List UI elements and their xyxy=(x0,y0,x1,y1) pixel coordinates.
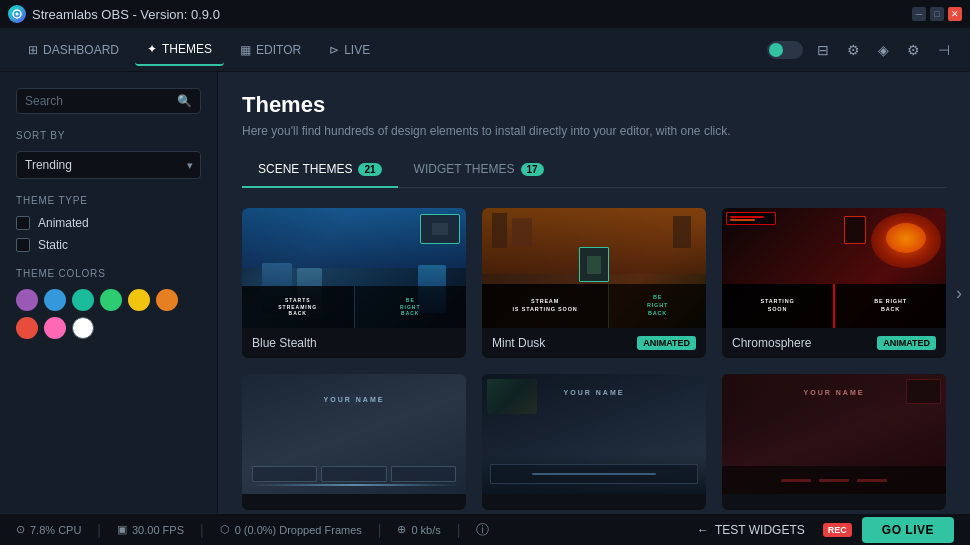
dashboard-icon: ⊞ xyxy=(28,43,38,57)
nav-live-label: LIVE xyxy=(344,43,370,57)
equalizer-icon[interactable]: ⊟ xyxy=(813,38,833,62)
color-orange[interactable] xyxy=(156,289,178,311)
widget-themes-tab-label: WIDGET THEMES xyxy=(414,162,515,176)
test-widgets-label: TEST WIDGETS xyxy=(715,523,805,537)
color-teal[interactable] xyxy=(72,289,94,311)
fps-status: ▣ 30.00 FPS xyxy=(117,523,184,536)
rec-badge: REC xyxy=(823,523,852,537)
nav-right: ⊟ ⚙ ◈ ⚙ ⊣ xyxy=(767,38,954,62)
theme-card-mint-dusk[interactable]: STREAMIS STARTING SOON BERIGHTBACK Mint … xyxy=(482,208,706,358)
theme-toggle[interactable] xyxy=(767,41,803,59)
titlebar-controls[interactable]: ─ □ ✕ xyxy=(912,7,962,21)
color-white[interactable] xyxy=(72,317,94,339)
search-icon[interactable]: 🔍 xyxy=(177,94,192,108)
bandwidth-value: 0 kb/s xyxy=(411,524,440,536)
nav-left: ⊞ DASHBOARD ✦ THEMES ▦ EDITOR ⊳ LIVE xyxy=(16,34,382,66)
dropped-icon: ⬡ xyxy=(220,523,230,536)
color-yellow[interactable] xyxy=(128,289,150,311)
cpu-icon: ⊙ xyxy=(16,523,25,536)
live-icon: ⊳ xyxy=(329,43,339,57)
main-area: 🔍 SORT BY Trending Newest Popular THEME … xyxy=(0,72,970,513)
color-pink[interactable] xyxy=(44,317,66,339)
sort-select[interactable]: Trending Newest Popular xyxy=(16,151,201,179)
tab-widget-themes[interactable]: WIDGET THEMES 17 xyxy=(398,154,560,188)
mint-dusk-animated-badge: ANIMATED xyxy=(637,336,696,350)
dropped-value: 0 (0.0%) Dropped Frames xyxy=(235,524,362,536)
theme-preview-row2-3: YOUR NAME xyxy=(722,374,946,494)
tabs-row: SCENE THEMES 21 WIDGET THEMES 17 xyxy=(242,154,946,188)
theme-card-info-row2-2 xyxy=(482,494,706,510)
titlebar-left: Streamlabs OBS - Version: 0.9.0 xyxy=(8,5,220,23)
nav-item-dashboard[interactable]: ⊞ DASHBOARD xyxy=(16,35,131,65)
page-header: Themes Here you'll find hundreds of desi… xyxy=(242,92,946,138)
themes-grid: STARTSSTREAMINGBACK BERIGHTBACK Blue Ste… xyxy=(242,208,946,510)
scene-themes-tab-label: SCENE THEMES xyxy=(258,162,352,176)
static-checkbox-item[interactable]: Static xyxy=(16,238,201,252)
themes-icon: ✦ xyxy=(147,42,157,56)
theme-card-row2-3[interactable]: YOUR NAME xyxy=(722,374,946,510)
theme-card-chromosphere[interactable]: STARTINGSOON BE RIGHTBACK Chromosphere A… xyxy=(722,208,946,358)
theme-preview-mint-dusk: STREAMIS STARTING SOON BERIGHTBACK xyxy=(482,208,706,328)
bandwidth-icon: ⊕ xyxy=(397,523,406,536)
sort-by-label: SORT BY xyxy=(16,130,201,141)
theme-card-row2-2[interactable]: YOUR NAME xyxy=(482,374,706,510)
theme-name-chromosphere: Chromosphere xyxy=(732,336,811,350)
nav-themes-label: THEMES xyxy=(162,42,212,56)
color-grid xyxy=(16,289,201,339)
discord-icon[interactable]: ◈ xyxy=(874,38,893,62)
minimize-button[interactable]: ─ xyxy=(912,7,926,21)
theme-card-row2-1[interactable]: YOUR NAME xyxy=(242,374,466,510)
divider-1: | xyxy=(97,522,101,538)
divider-4: | xyxy=(457,522,461,538)
app-logo xyxy=(8,5,26,23)
close-button[interactable]: ✕ xyxy=(948,7,962,21)
color-green[interactable] xyxy=(100,289,122,311)
nav-item-editor[interactable]: ▦ EDITOR xyxy=(228,35,313,65)
page-description: Here you'll find hundreds of design elem… xyxy=(242,124,842,138)
nav-editor-label: EDITOR xyxy=(256,43,301,57)
info-icon[interactable]: ⓘ xyxy=(476,521,489,539)
arrow-left-icon: ← xyxy=(697,523,709,537)
sort-select-wrapper: Trending Newest Popular xyxy=(16,151,201,179)
user-icon[interactable]: ⚙ xyxy=(843,38,864,62)
theme-preview-blue-stealth: STARTSSTREAMINGBACK BERIGHTBACK xyxy=(242,208,466,328)
cpu-status: ⊙ 7.8% CPU xyxy=(16,523,81,536)
color-blue[interactable] xyxy=(44,289,66,311)
color-red[interactable] xyxy=(16,317,38,339)
logout-icon[interactable]: ⊣ xyxy=(934,38,954,62)
titlebar-title: Streamlabs OBS - Version: 0.9.0 xyxy=(32,7,220,22)
theme-card-info-blue-stealth: Blue Stealth xyxy=(242,328,466,358)
theme-card-info-row2-3 xyxy=(722,494,946,510)
scene-themes-badge: 21 xyxy=(358,163,381,176)
test-widgets-button[interactable]: ← TEST WIDGETS xyxy=(689,519,813,541)
scroll-right-arrow[interactable]: › xyxy=(956,282,962,303)
animated-checkbox-item[interactable]: Animated xyxy=(16,216,201,230)
fps-icon: ▣ xyxy=(117,523,127,536)
nav-item-themes[interactable]: ✦ THEMES xyxy=(135,34,224,66)
color-purple[interactable] xyxy=(16,289,38,311)
titlebar: Streamlabs OBS - Version: 0.9.0 ─ □ ✕ xyxy=(0,0,970,28)
settings-icon[interactable]: ⚙ xyxy=(903,38,924,62)
bandwidth-status: ⊕ 0 kb/s xyxy=(397,523,440,536)
theme-type-label: THEME TYPE xyxy=(16,195,201,206)
animated-checkbox[interactable] xyxy=(16,216,30,230)
search-box[interactable]: 🔍 xyxy=(16,88,201,114)
theme-preview-row2-2: YOUR NAME xyxy=(482,374,706,494)
go-live-button[interactable]: GO LIVE xyxy=(862,517,954,543)
theme-card-info-chromosphere: Chromosphere ANIMATED xyxy=(722,328,946,358)
tab-scene-themes[interactable]: SCENE THEMES 21 xyxy=(242,154,398,188)
theme-name-mint-dusk: Mint Dusk xyxy=(492,336,545,350)
content-area: Themes Here you'll find hundreds of desi… xyxy=(218,72,970,513)
toggle-dot xyxy=(769,43,783,57)
search-input[interactable] xyxy=(25,94,171,108)
theme-card-info-row2-1 xyxy=(242,494,466,510)
svg-point-1 xyxy=(16,13,19,16)
dropped-status: ⬡ 0 (0.0%) Dropped Frames xyxy=(220,523,362,536)
theme-preview-row2-1: YOUR NAME xyxy=(242,374,466,494)
theme-card-blue-stealth[interactable]: STARTSSTREAMINGBACK BERIGHTBACK Blue Ste… xyxy=(242,208,466,358)
editor-icon: ▦ xyxy=(240,43,251,57)
sidebar: 🔍 SORT BY Trending Newest Popular THEME … xyxy=(0,72,218,513)
maximize-button[interactable]: □ xyxy=(930,7,944,21)
nav-item-live[interactable]: ⊳ LIVE xyxy=(317,35,382,65)
static-checkbox[interactable] xyxy=(16,238,30,252)
